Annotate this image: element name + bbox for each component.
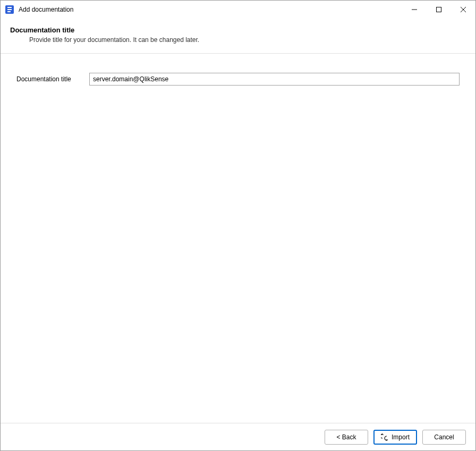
page-subtitle: Provide title for your documentation. It… — [29, 36, 466, 44]
minimize-icon — [412, 7, 417, 12]
svg-rect-2 — [7, 9, 12, 10]
maximize-icon — [436, 7, 441, 12]
footer: < Back Import Cancel — [1, 423, 475, 450]
svg-rect-3 — [7, 11, 11, 12]
cancel-button-label: Cancel — [434, 433, 454, 441]
content-area: Documentation title — [1, 54, 475, 423]
close-button[interactable] — [451, 1, 475, 19]
back-button[interactable]: < Back — [325, 430, 368, 445]
svg-rect-4 — [412, 10, 417, 10]
documentation-title-label: Documentation title — [16, 75, 83, 83]
svg-rect-5 — [437, 7, 441, 12]
back-button-label: < Back — [336, 433, 356, 441]
minimize-button[interactable] — [402, 1, 427, 19]
form-row-title: Documentation title — [16, 73, 460, 86]
svg-rect-1 — [7, 7, 12, 8]
titlebar-title: Add documentation — [19, 6, 402, 13]
maximize-button[interactable] — [427, 1, 451, 19]
header-section: Documentation title Provide title for yo… — [1, 19, 475, 54]
cancel-button[interactable]: Cancel — [422, 430, 466, 445]
window-controls — [402, 1, 475, 19]
import-icon — [381, 433, 388, 441]
titlebar: Add documentation — [1, 1, 475, 19]
dialog-window: Add documentation Documentation title — [0, 0, 476, 451]
page-title: Documentation title — [10, 26, 466, 34]
app-icon — [5, 5, 14, 14]
import-button-label: Import — [392, 433, 410, 441]
close-icon — [461, 7, 466, 12]
documentation-title-input[interactable] — [89, 73, 460, 86]
import-button[interactable]: Import — [373, 430, 417, 445]
